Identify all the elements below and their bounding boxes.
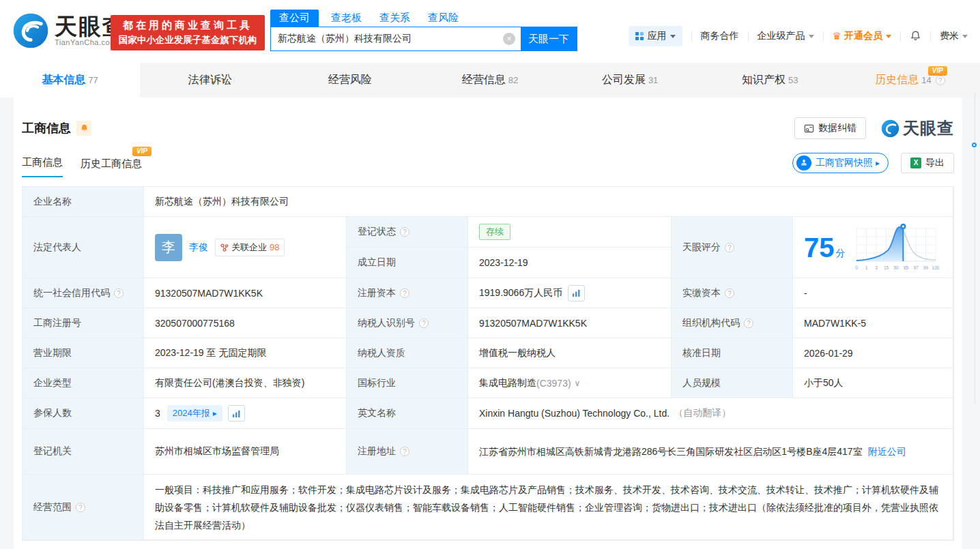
crown-icon: ♛ [833,30,841,42]
nav-divider [748,31,749,42]
nav-cooperation[interactable]: 商务合作 [701,30,739,42]
field-value-reg-status: 存续 [468,217,672,248]
field-value-taxpayer-quality: 增值税一般纳税人 [468,338,672,368]
help-icon[interactable]: ? [76,503,85,512]
help-icon[interactable]: ? [114,288,124,298]
tab-intellectual-property[interactable]: 知识产权 53 [700,63,840,98]
legal-rep-avatar[interactable]: 李 [155,234,182,261]
bell-icon [910,31,921,42]
vip-badge: VIP [928,66,947,76]
field-label-address: 注册地址 ? [347,429,468,475]
search-button[interactable]: 天眼一下 [521,27,577,50]
insured-chart-button[interactable] [228,405,245,421]
tab-label: 法律诉讼 [188,73,232,87]
subtab-label: 历史工商信息 [81,158,142,169]
svg-text:97: 97 [913,265,919,270]
clear-search-icon[interactable]: × [503,33,515,45]
search-tabs: 查公司 查老板 查关系 查风险 [270,9,577,27]
label-text: 国标行业 [358,377,396,389]
nearby-companies-link[interactable]: 附近公司 [868,443,906,460]
promo-banner: 都在用的商业查询工具 国家中小企业发展子基金旗下机构 [111,15,265,50]
field-value-legal-rep: 李 李俊 关联企业 98 [144,217,347,278]
help-icon[interactable]: ? [744,318,753,328]
chevron-down-icon [809,35,814,38]
field-value-industry: 集成电路制造 (C3973) ∨ [468,368,672,398]
field-value-org-code: MAD7W1KK-5 [793,308,953,338]
tab-label: 经营风险 [328,73,372,87]
approval-date-text: 2026-01-29 [804,348,853,359]
export-button[interactable]: X 导出 [901,153,954,173]
top-nav: 应用 商务合作 企业级产品 ♛ 开通会员 [629,26,968,46]
scroll-position-dot[interactable] [972,143,977,147]
label-text: 法定代表人 [33,241,81,254]
nav-user-menu[interactable]: 费米 [940,30,968,42]
nav-notifications[interactable] [910,31,921,42]
help-icon[interactable]: ? [419,318,429,328]
score-number: 75 [804,234,835,261]
tab-count: 82 [508,75,518,85]
capital-chart-button[interactable] [568,285,585,301]
help-icon[interactable]: ? [400,288,409,298]
subscribe-bell-button[interactable] [76,121,91,136]
score-distribution-chart: 0 1 3 15 50 85 97 99 100 [851,220,941,275]
search-tab-risk[interactable]: 查风险 [428,10,459,27]
reg-number-text: 320507000775168 [155,318,235,329]
bar-chart-icon [232,409,241,418]
subtab-business-info[interactable]: 工商信息 [22,156,63,177]
svg-text:0: 0 [855,265,858,270]
tab-operating-risk[interactable]: 经营风险 [280,63,420,98]
scroll-rail[interactable] [975,92,975,404]
business-scope-text: 一般项目：科技推广和应用服务；软件开发；集成电路芯片设计及服务；集成电路芯片及产… [155,481,942,534]
tab-company-development[interactable]: 公司发展 31 [560,63,700,98]
field-value-english-name: Xinxin Hangtu (Suzhou) Technology Co., L… [468,398,953,429]
chevron-down-icon [670,35,676,38]
label-text: 纳税人识别号 [358,317,415,329]
field-value-reg-capital: 1919.9066万人民币 [468,278,672,308]
help-icon[interactable]: ? [936,76,945,85]
label-text: 企业名称 [33,196,72,208]
search-tab-relation[interactable]: 查关系 [379,10,410,27]
status-badge: 存续 [479,224,510,240]
field-label-staff-size: 人员规模 [672,368,793,398]
help-icon[interactable]: ? [400,447,409,456]
related-companies-label: 关联企业 [231,241,267,254]
chevron-down-icon[interactable]: ∨ [575,379,581,388]
field-value-address: 江苏省苏州市相城区高铁新城青龙港路286号长三角国际研发社区启动区1号楼B座4层… [468,429,953,475]
legal-rep-name-link[interactable]: 李俊 [189,241,208,254]
annual-report-badge[interactable]: 2024年报 ▸ [167,405,222,421]
related-companies-badge[interactable]: 关联企业 98 [215,239,285,256]
label-text: 参保人数 [33,407,72,419]
tab-basic-info[interactable]: 基本信息 77 [0,63,140,98]
tab-legal-litigation[interactable]: 法律诉讼 [140,63,280,98]
tianyancha-logo[interactable]: 天眼查 TianYanCha.com [12,12,126,49]
industry-code-text: (C3973) [536,378,571,389]
field-label-score: 天眼评分 ? [672,217,793,278]
nav-divider [823,31,824,42]
tab-history-info[interactable]: VIP 历史信息 14 ? [840,63,980,98]
search-tab-boss[interactable]: 查老板 [331,10,362,27]
help-icon[interactable]: ? [725,288,734,298]
nav-apps[interactable]: 应用 [629,26,682,46]
chevron-down-icon [886,35,891,38]
label-text: 成立日期 [358,256,396,269]
vip-badge: VIP [132,147,152,156]
help-icon[interactable]: ? [400,227,409,237]
nav-enterprise[interactable]: 企业级产品 [758,30,814,42]
subtab-history-business-info[interactable]: 历史工商信息 VIP [81,158,142,177]
export-label: 导出 [925,157,945,169]
reg-authority-text: 苏州市相城区市场监督管理局 [155,445,279,458]
data-correction-button[interactable]: 数据纠错 [794,117,866,139]
field-value-company-name: 新芯航途（苏州）科技有限公司 [144,187,953,217]
search-box: 查公司 查老板 查关系 查风险 × 天眼一下 [270,9,577,51]
nav-open-vip[interactable]: ♛ 开通会员 [833,30,891,42]
official-snapshot-button[interactable]: 工商官网快照 ▸ [792,153,889,173]
label-text: 登记状态 [358,226,396,238]
nav-divider [930,31,931,42]
paid-capital-text: - [804,288,807,299]
help-icon[interactable]: ? [725,243,734,252]
insured-count-text: 3 [155,408,160,419]
search-input[interactable] [271,27,503,50]
search-tab-company[interactable]: 查公司 [270,10,319,27]
bell-icon [80,124,89,133]
tab-operating-info[interactable]: 经营信息 82 [420,63,560,98]
